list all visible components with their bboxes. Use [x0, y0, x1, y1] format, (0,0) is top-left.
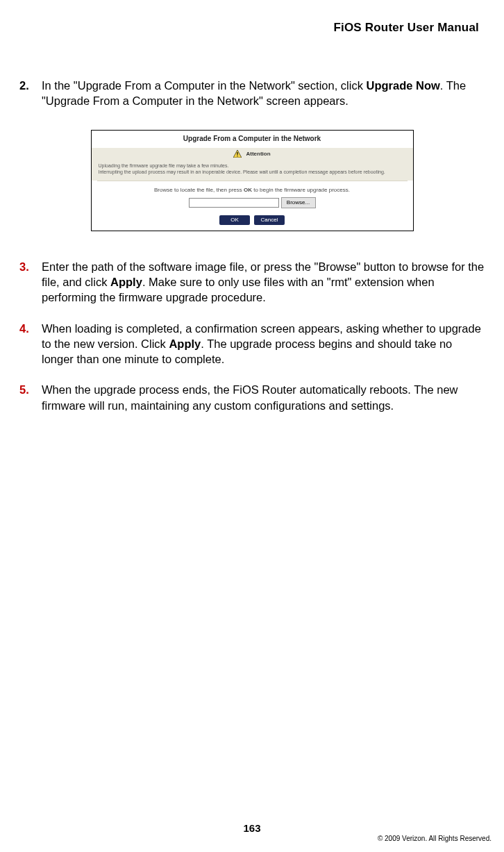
panel-msg-line1: Uploading the firmware upgrade file may …	[99, 162, 406, 169]
panel-instr-post: to begin the firmware upgrade process.	[252, 187, 350, 193]
step-2-body: In the "Upgrade From a Computer in the N…	[42, 78, 485, 109]
step-5: 5. When the upgrade process ends, the Fi…	[19, 382, 485, 413]
step-4-number: 4.	[19, 321, 42, 367]
ok-button[interactable]: OK	[219, 215, 250, 225]
svg-rect-2	[237, 156, 238, 156]
svg-rect-1	[237, 152, 238, 155]
step-5-text-pre: When the upgrade process ends, the FiOS …	[42, 383, 458, 411]
attention-row: Attention	[92, 148, 413, 160]
step-3-body: Enter the path of the software image fil…	[42, 259, 485, 306]
panel-instr-bold: OK	[244, 187, 252, 193]
warning-icon	[233, 150, 242, 158]
page-number: 163	[0, 822, 504, 834]
file-row: Browse...	[92, 197, 413, 212]
step-2-bold: Upgrade Now	[367, 79, 440, 92]
panel-instruction: Browse to locate the file, then press OK…	[92, 181, 413, 197]
step-2: 2. In the "Upgrade From a Computer in th…	[19, 78, 485, 109]
page-header-title: FiOS Router User Manual	[19, 21, 485, 35]
button-row: OK Cancel	[92, 212, 413, 231]
panel-title: Upgrade From a Computer in the Network	[92, 131, 413, 148]
attention-label: Attention	[246, 151, 270, 157]
embedded-screenshot-wrap: Upgrade From a Computer in the Network A…	[19, 130, 485, 231]
upgrade-panel: Upgrade From a Computer in the Network A…	[91, 130, 414, 231]
step-5-number: 5.	[19, 382, 42, 413]
panel-instr-pre: Browse to locate the file, then press	[154, 187, 244, 193]
step-4-body: When loading is completed, a confirmatio…	[42, 321, 485, 367]
step-3: 3. Enter the path of the software image …	[19, 259, 485, 306]
panel-message: Uploading the firmware upgrade file may …	[92, 160, 413, 181]
step-3-bold: Apply	[110, 276, 142, 288]
copyright: © 2009 Verizon. All Rights Reserved.	[378, 835, 492, 842]
step-4-bold: Apply	[169, 337, 201, 350]
cancel-button[interactable]: Cancel	[254, 215, 285, 225]
step-3-number: 3.	[19, 259, 42, 306]
step-2-text-pre: In the "Upgrade From a Computer in the N…	[42, 79, 367, 92]
main-content: 2. In the "Upgrade From a Computer in th…	[19, 78, 485, 413]
step-5-body: When the upgrade process ends, the FiOS …	[42, 382, 485, 413]
step-2-number: 2.	[19, 78, 42, 109]
browse-button[interactable]: Browse...	[281, 197, 316, 208]
panel-msg-line2: Interrupting the upload process may resu…	[99, 169, 406, 175]
file-path-input[interactable]	[189, 198, 279, 208]
step-4: 4. When loading is completed, a confirma…	[19, 321, 485, 367]
